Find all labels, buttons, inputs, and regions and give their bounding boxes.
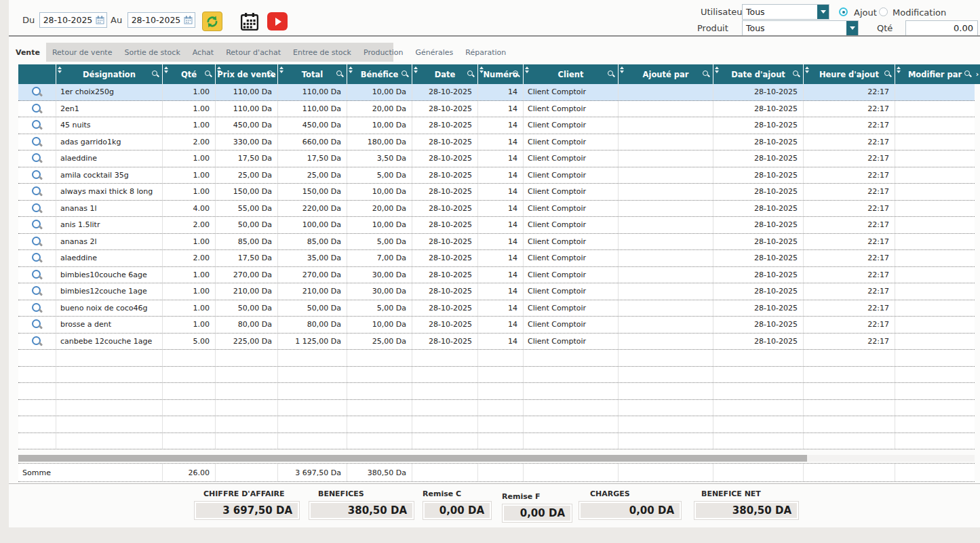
produit-select[interactable]: Tous: [742, 20, 859, 36]
row-detail-cell[interactable]: [18, 184, 56, 200]
row-search-icon[interactable]: [31, 219, 43, 230]
row-search-icon[interactable]: [31, 252, 43, 264]
row-detail-cell[interactable]: [18, 383, 56, 399]
date-to-input[interactable]: 28-10-2025: [128, 12, 195, 28]
row-search-icon[interactable]: [31, 153, 43, 164]
row-detail-cell[interactable]: [18, 283, 56, 300]
sort-icons[interactable]: [164, 66, 168, 73]
modification-radio[interactable]: [879, 7, 888, 16]
table-row[interactable]: 1er choix250g1.00110,00 Da110,00 Da10,00…: [18, 84, 975, 101]
sort-icons[interactable]: [805, 66, 809, 73]
tab-sortie-de-stock[interactable]: Sortie de stock: [118, 43, 186, 62]
column-search-icon[interactable]: [513, 71, 520, 78]
row-search-icon[interactable]: [31, 336, 43, 347]
sort-icons[interactable]: [58, 66, 62, 73]
row-detail-cell[interactable]: [18, 117, 56, 134]
row-detail-cell[interactable]: [18, 201, 56, 217]
column-search-icon[interactable]: [964, 71, 972, 78]
column-header-qte[interactable]: Qté: [163, 64, 216, 84]
row-search-icon[interactable]: [31, 269, 43, 281]
date-picker-icon[interactable]: [184, 16, 193, 24]
row-search-icon[interactable]: [31, 236, 43, 247]
utilisateur-select[interactable]: Tous: [742, 4, 829, 20]
table-row[interactable]: amila cocktail 35g1.0025,00 Da25,00 Da5,…: [18, 167, 975, 184]
table-row[interactable]: canbebe 12couche 1age5.00225,00 Da1 125,…: [18, 334, 975, 350]
row-detail-cell[interactable]: [18, 416, 56, 433]
column-header-numero[interactable]: Numéro: [478, 64, 524, 84]
row-detail-cell[interactable]: [18, 367, 56, 383]
table-row[interactable]: ananas 2l1.0085,00 Da85,00 Da5,00 Da28-1…: [18, 234, 975, 251]
row-search-icon[interactable]: [31, 169, 43, 181]
row-detail-cell[interactable]: [18, 84, 56, 100]
table-row[interactable]: 45 nuits1.00450,00 Da450,00 Da10,00 Da28…: [18, 117, 975, 134]
row-detail-cell[interactable]: [18, 101, 56, 117]
qte-input[interactable]: 0.00: [905, 20, 978, 36]
row-detail-cell[interactable]: [18, 250, 56, 266]
scroll-right-icon[interactable]: ›: [975, 64, 980, 84]
column-header-client[interactable]: Client: [524, 64, 619, 84]
chevron-down-icon[interactable]: [817, 5, 829, 19]
column-search-icon[interactable]: [703, 71, 710, 78]
empty-row[interactable]: [18, 350, 975, 367]
sort-icons[interactable]: [479, 66, 484, 73]
sort-icons[interactable]: [217, 66, 221, 73]
column-header-date[interactable]: Date: [412, 64, 478, 84]
youtube-button[interactable]: [267, 12, 288, 31]
column-search-icon[interactable]: [467, 71, 475, 78]
empty-row[interactable]: [18, 400, 975, 417]
column-search-icon[interactable]: [793, 71, 800, 78]
table-row[interactable]: bueno noix de coco46g1.0050,00 Da50,00 D…: [18, 300, 975, 317]
sort-icons[interactable]: [620, 66, 624, 73]
column-header-total[interactable]: Total: [278, 64, 347, 84]
row-detail-cell[interactable]: [18, 167, 56, 184]
row-search-icon[interactable]: [31, 203, 43, 214]
table-row[interactable]: 2en11.00110,00 Da110,00 Da20,00 Da28-10-…: [18, 101, 975, 118]
table-row[interactable]: anis 1.5litr2.0050,00 Da100,00 Da10,00 D…: [18, 217, 975, 234]
column-header-designation[interactable]: Désignation: [56, 64, 163, 84]
sort-icons[interactable]: [525, 66, 529, 73]
row-search-icon[interactable]: [31, 86, 43, 98]
column-header-heure_ajout[interactable]: Heure d'ajout: [804, 64, 895, 84]
row-detail-cell[interactable]: [18, 400, 56, 416]
tab-r-paration[interactable]: Réparation: [459, 43, 512, 62]
tab-retour-d-achat[interactable]: Retour d'achat: [220, 43, 287, 62]
tab-entree-de-stock[interactable]: Entree de stock: [287, 43, 357, 62]
row-detail-cell[interactable]: [18, 350, 56, 366]
table-row[interactable]: bimbies12couche 1age1.00210,00 Da210,00 …: [18, 283, 975, 300]
row-detail-cell[interactable]: [18, 317, 56, 333]
sort-icons[interactable]: [349, 66, 353, 73]
tab-vente[interactable]: Vente: [9, 43, 46, 62]
date-from-input[interactable]: 28-10-2025: [39, 12, 107, 28]
row-detail-cell[interactable]: [18, 234, 56, 250]
table-row[interactable]: adas garrido1kg2.00330,00 Da660,00 Da180…: [18, 134, 975, 151]
refresh-button[interactable]: [202, 12, 222, 31]
table-row[interactable]: brosse a dent1.0080,00 Da80,00 Da10,00 D…: [18, 317, 975, 334]
ajout-radio[interactable]: [839, 7, 848, 16]
sort-icons[interactable]: [897, 66, 901, 73]
sort-icons[interactable]: [279, 66, 283, 73]
column-search-icon[interactable]: [267, 71, 275, 78]
row-search-icon[interactable]: [31, 103, 43, 115]
row-detail-cell[interactable]: [18, 300, 56, 317]
tab-production[interactable]: Production: [357, 43, 410, 62]
date-picker-icon[interactable]: [96, 16, 104, 24]
row-search-icon[interactable]: [31, 302, 43, 314]
tab-retour-de-vente[interactable]: Retour de vente: [46, 43, 119, 62]
horizontal-scrollbar[interactable]: [18, 455, 975, 462]
table-row[interactable]: always maxi thick 8 long1.00150,00 Da150…: [18, 184, 975, 201]
column-header-prix_de_vente[interactable]: Prix de vente: [216, 64, 278, 84]
row-detail-cell[interactable]: [18, 217, 56, 233]
column-search-icon[interactable]: [152, 71, 159, 78]
column-header-ajoute_par[interactable]: Ajouté par: [619, 64, 713, 84]
chevron-down-icon[interactable]: [846, 21, 858, 35]
column-search-icon[interactable]: [205, 71, 212, 78]
column-header-date_ajout[interactable]: Date d'ajout: [713, 64, 804, 84]
row-search-icon[interactable]: [31, 285, 43, 297]
empty-row[interactable]: [18, 367, 975, 384]
table-row[interactable]: bimbies10couche 6age1.00270,00 Da270,00 …: [18, 267, 975, 284]
tab-achat[interactable]: Achat: [187, 43, 220, 62]
empty-row[interactable]: [18, 416, 975, 433]
calendar-button[interactable]: [239, 12, 260, 31]
table-row[interactable]: ananas 1l4.0055,00 Da220,00 Da20,00 Da28…: [18, 201, 975, 218]
sort-icons[interactable]: [414, 66, 418, 73]
